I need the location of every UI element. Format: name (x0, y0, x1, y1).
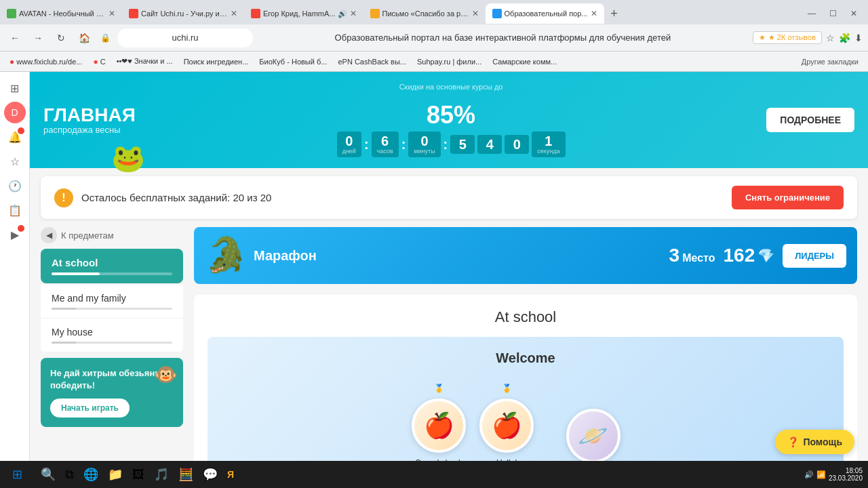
bookmark-epn[interactable]: ePN CashBack вы... (334, 56, 410, 67)
bookmark-icon-c: ● (93, 57, 98, 66)
bookmark-more[interactable]: Другие закладки (797, 56, 863, 67)
time-display: 18:05 (846, 467, 863, 474)
countdown-days: 0 дней (337, 131, 361, 157)
maximize-button[interactable]: ☐ (825, 7, 841, 20)
bookmark-icon[interactable]: ☆ (826, 33, 835, 43)
address-right-icons: ☆ 🧩 ⬇ (826, 33, 863, 43)
start-game-button[interactable]: Начать играть (50, 399, 130, 418)
taskbar: ⊞ 🔍 ⧉ 🌐 📁 🖼 🎵 🧮 💬 Я 🔊 📶 (0, 461, 868, 488)
reviews-button[interactable]: ★ ★ 2К отзывов (753, 31, 822, 44)
topic-me-and-family[interactable]: Me and my family (41, 285, 183, 319)
date-display: 23.03.2020 (829, 474, 863, 482)
bookmark-samarskie[interactable]: Самарские комм... (488, 56, 561, 67)
sidebar-icon-tasks[interactable]: 📋 (4, 199, 26, 221)
remove-limit-button[interactable]: Снять ограничение (732, 186, 844, 209)
bookmark-label-samarskie: Самарские комм... (492, 58, 557, 66)
address-input[interactable] (117, 28, 253, 47)
skype-icon: 💬 (203, 467, 218, 482)
taskbar-photos[interactable]: 🖼 (128, 462, 149, 487)
start-button[interactable]: ⊞ (0, 461, 34, 488)
close-button[interactable]: ✕ (846, 7, 861, 20)
taskbar-media[interactable]: 🎵 (150, 462, 173, 487)
sidebar-icon-notifications[interactable]: 🔔 (4, 126, 26, 148)
banner-left: ГЛАВНАЯ распродажа весны 🐸 (43, 106, 136, 135)
forward-button[interactable]: → (28, 28, 47, 47)
countdown-minutes: 0 минуты (408, 131, 440, 157)
tab-close-5[interactable]: ✕ (591, 9, 597, 18)
left-sidebar: ⊞ D 🔔 ☆ 🕐 📋 ▶ (0, 72, 30, 461)
search-taskbar-icon: 🔍 (41, 467, 56, 482)
lesson-sound-check[interactable]: 🥇 🍎 Sound check 1 / 1 (412, 384, 466, 461)
taskbar-calculator[interactable]: 🧮 (174, 462, 197, 487)
bookmark-ingredients[interactable]: Поиск ингредиен... (180, 56, 253, 67)
bookmark-suhpay[interactable]: Suhpay.ru | фили... (413, 56, 486, 67)
bookmarks-bar: ● www.fixiclub.ru/de... ● C ••❤♥ Значки … (0, 52, 868, 72)
address-bar: ← → ↻ 🏠 🔒 Образовательный портал на базе… (0, 24, 868, 52)
video-badge (18, 225, 24, 232)
marathon-icon: 🐊 (205, 235, 245, 276)
lesson-crystal-hunt[interactable]: 🥇 🪐 🎮 Crystal Hunt: Level 1 (547, 394, 639, 461)
marathon-place-label: Место (682, 252, 715, 264)
topic-item-text-2: My house (52, 327, 172, 338)
bookmark-biocube[interactable]: БиоКуб - Новый б... (255, 56, 331, 67)
back-to-subjects-button[interactable]: ◀ К предметам (41, 227, 183, 243)
taskbar-ie[interactable]: 🌐 (79, 462, 102, 487)
tab-uchi[interactable]: Сайт Uchi.ru - Учи.ру инте... ✕ (122, 3, 244, 24)
topic-item-fill-1 (52, 308, 76, 310)
bookmark-znachki[interactable]: ••❤♥ Значки и ... (113, 56, 177, 67)
folder-icon: 📁 (108, 467, 123, 482)
taskbar-network-icon[interactable]: 📶 (816, 470, 826, 479)
tab-uchiru-active[interactable]: Образовательный пор... ✕ (486, 3, 604, 24)
home-button[interactable]: 🏠 (75, 28, 94, 47)
topic-at-school[interactable]: At school (41, 249, 183, 283)
leaders-button[interactable]: ЛИДЕРЫ (783, 244, 846, 268)
taskbar-volume-icon[interactable]: 🔊 (804, 470, 814, 479)
new-tab-button[interactable]: + (604, 3, 625, 24)
taskbar-search[interactable]: 🔍 (37, 462, 60, 487)
lessons-row: 🥇 🍎 Sound check 1 / 1 🥇 🍎 Hello! 3 / 3 (221, 377, 830, 461)
topic-progress-bar (52, 272, 172, 275)
tab-favicon-2 (129, 9, 138, 18)
bookmark-fixiclub[interactable]: ● www.fixiclub.ru/de... (5, 56, 86, 68)
details-button[interactable]: ПОДРОБНЕЕ (766, 108, 854, 132)
notif-text: Осталось бесплатных заданий: 20 из 20 (81, 192, 271, 203)
back-button[interactable]: ← (5, 28, 24, 47)
taskbar-task-view[interactable]: ⧉ (61, 462, 78, 487)
notif-left: ! Осталось бесплатных заданий: 20 из 20 (54, 188, 271, 207)
sidebar-icon-user[interactable]: D (4, 102, 26, 123)
lesson-hello[interactable]: 🥇 🍎 Hello! 3 / 3 (479, 384, 534, 461)
download-icon[interactable]: ⬇ (854, 33, 863, 43)
tab-close-1[interactable]: ✕ (108, 9, 115, 18)
help-button[interactable]: ❓ Помощь (775, 430, 854, 454)
monkey-icon: 🐵 (154, 363, 178, 386)
taskbar-yandex[interactable]: Я (223, 462, 238, 487)
minimize-button[interactable]: — (804, 7, 820, 20)
s3-num: 0 (510, 138, 524, 151)
bookmark-label-znachki: ••❤♥ Значки и ... (117, 57, 173, 66)
tab-close-2[interactable]: ✕ (231, 9, 237, 18)
sep-3: : (443, 137, 448, 152)
topic-active-text: At school (52, 257, 172, 268)
sidebar-icon-star[interactable]: ☆ (4, 150, 26, 172)
taskbar-skype[interactable]: 💬 (199, 462, 222, 487)
tab-egorkrid[interactable]: Егор Крид, HammA... 🔊 ✕ (244, 3, 363, 24)
bookmark-c[interactable]: ● C (89, 56, 109, 68)
minutes-num: 0 (414, 134, 435, 148)
sidebar-icon-video[interactable]: ▶ (4, 224, 26, 245)
bookmark-label-c: C (100, 58, 106, 66)
sidebar-icon-menu[interactable]: ⊞ (4, 77, 26, 99)
tab-email[interactable]: Письмо «Спасибо за рег... ✕ (363, 3, 486, 24)
extensions-icon[interactable]: 🧩 (839, 33, 850, 43)
notif-icon: ! (54, 188, 73, 207)
tab-favicon-4 (370, 9, 380, 18)
tab-close-4[interactable]: ✕ (472, 9, 479, 18)
topic-my-house[interactable]: My house (41, 319, 183, 352)
sidebar-icon-clock[interactable]: 🕐 (4, 175, 26, 197)
tab-avatan[interactable]: AVATAN - Необычный Фо... ✕ (0, 3, 122, 24)
refresh-button[interactable]: ↻ (52, 28, 71, 47)
browser-chrome: AVATAN - Необычный Фо... ✕ Сайт Uchi.ru … (0, 0, 868, 72)
taskbar-file-explorer[interactable]: 📁 (104, 462, 127, 487)
tab-close-3[interactable]: ✕ (350, 9, 357, 18)
taskbar-items: 🔍 ⧉ 🌐 📁 🖼 🎵 🧮 💬 Я (34, 462, 804, 487)
medal-icon-1: 🥇 (434, 384, 444, 393)
